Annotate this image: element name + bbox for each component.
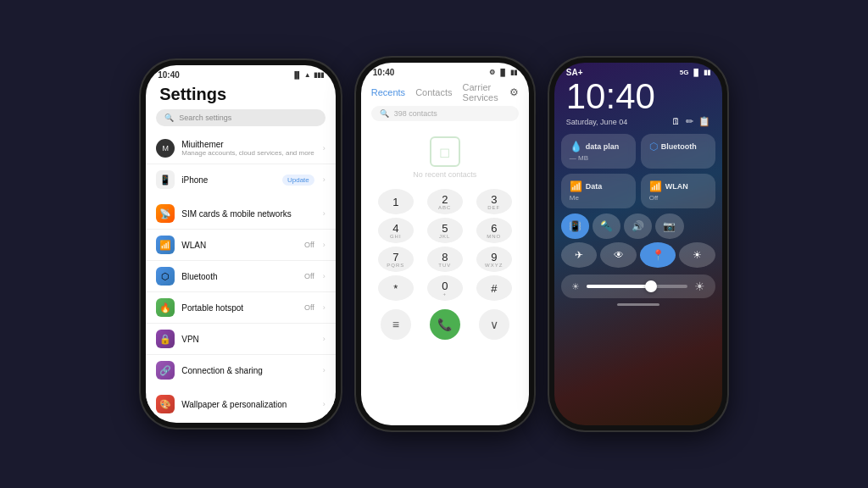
- eye-comfort-button[interactable]: 👁: [600, 242, 637, 268]
- tab-recents[interactable]: Recents: [371, 87, 405, 97]
- dial-num-5: 5: [442, 223, 448, 234]
- dial-key-6[interactable]: 6 MNO: [476, 218, 512, 243]
- dial-key-8[interactable]: 8 TUV: [427, 247, 463, 272]
- wlan-tile[interactable]: 📶 WLAN Off: [641, 174, 715, 208]
- dial-num-hash: #: [491, 283, 497, 294]
- arrow-icon: ›: [323, 335, 326, 343]
- data-plan-tile[interactable]: 💧 data plan — MB: [561, 134, 636, 169]
- airplane-button[interactable]: ✈: [561, 242, 598, 268]
- dial-key-5[interactable]: 5 JKL: [427, 218, 463, 243]
- calendar-icon[interactable]: 🗓: [671, 116, 681, 127]
- sharing-item[interactable]: 🔗 Connection & sharing ›: [146, 355, 336, 385]
- auto-brightness-button[interactable]: ☀: [679, 242, 715, 268]
- data-tile-title: Data: [586, 182, 603, 191]
- location-button[interactable]: 📍: [640, 242, 676, 268]
- data-tile-header: 📶 Data: [570, 180, 627, 192]
- dialpad-row-1: 1 2 ABC 3 DEF: [371, 189, 519, 214]
- miuithemer-sub: Manage accounts, cloud services, and mor…: [181, 149, 314, 157]
- dialer-bottom-actions: ≡ 📞 ∨: [361, 306, 529, 345]
- dialpad-row-4: * 0 + #: [371, 275, 519, 301]
- edit-icon[interactable]: ✏: [686, 116, 693, 127]
- vpn-item[interactable]: 🔒 VPN ›: [146, 324, 336, 355]
- clipboard-icon[interactable]: 📋: [698, 116, 710, 127]
- brightness-slider[interactable]: ☀ ☀: [561, 274, 715, 298]
- dial-sub-0: +: [443, 291, 448, 297]
- volume-button[interactable]: 🔊: [624, 214, 652, 239]
- bluetooth-tile-icon: ⬡: [649, 141, 658, 152]
- bluetooth-label: Bluetooth: [181, 272, 298, 281]
- arrow-icon: ›: [323, 272, 326, 280]
- miuithemer-label: Miuithemer: [181, 140, 314, 149]
- tab-carrier[interactable]: Carrier Services: [463, 82, 499, 103]
- arrow-icon: ›: [323, 241, 326, 249]
- cc-buttons-row1: 📳 🔦 🔊 📷: [554, 208, 722, 242]
- dial-key-star[interactable]: *: [378, 275, 414, 301]
- no-recent-icon: ◻: [430, 136, 460, 167]
- dial-key-7[interactable]: 7 PQRS: [378, 247, 414, 272]
- phone-dialer: 10:40 ⚙ ▐▌ ▮▮ Recents Contacts Carrier S…: [356, 58, 534, 430]
- dial-sub-3: DEF: [487, 205, 500, 210]
- dial-key-2[interactable]: 2 ABC: [427, 189, 463, 214]
- tab-contacts[interactable]: Contacts: [415, 87, 452, 97]
- bluetooth-icon: ⬡: [156, 267, 175, 286]
- dialer-menu-button[interactable]: ≡: [381, 309, 411, 340]
- hotspot-icon: 🔥: [156, 298, 175, 317]
- wlan-item[interactable]: 📶 WLAN Off ›: [146, 230, 336, 261]
- search-bar[interactable]: 🔍 Search settings: [156, 109, 326, 126]
- dial-key-4[interactable]: 4 GHI: [378, 218, 414, 243]
- dial-key-0[interactable]: 0 +: [427, 275, 463, 301]
- control-center-screen: SA+ 5G ▐▌ ▮▮ 10:40 Saturday, June 04 🗓 ✏…: [554, 63, 722, 425]
- data-tile-sub: Me: [570, 194, 627, 202]
- dialer-status-icons: ⚙ ▐▌ ▮▮: [489, 69, 516, 76]
- dial-num-7: 7: [392, 252, 398, 263]
- dial-num-2: 2: [442, 194, 448, 205]
- dial-key-hash[interactable]: #: [476, 275, 512, 301]
- brightness-high-icon: ☀: [694, 280, 705, 293]
- camera-button[interactable]: 📷: [655, 214, 683, 239]
- wallpaper-item[interactable]: 🎨 Wallpaper & personalization ›: [146, 389, 336, 419]
- wlan-tile-title: WLAN: [665, 182, 688, 191]
- hotspot-item[interactable]: 🔥 Portable hotspot Off ›: [146, 292, 336, 324]
- dialer-expand-button[interactable]: ∨: [479, 309, 509, 340]
- battery-icon: ▮▮▮: [314, 71, 324, 79]
- status-bar-settings: 10:40 ▐▌ ▲ ▮▮▮: [146, 65, 336, 81]
- bluetooth-item[interactable]: ⬡ Bluetooth Off ›: [146, 261, 336, 292]
- dialer-status-time: 10:40: [373, 68, 395, 77]
- arrow-icon: ›: [323, 303, 326, 312]
- cc-date-text: Saturday, June 04: [566, 118, 627, 126]
- dialpad-row-3: 7 PQRS 8 TUV 9 WXYZ: [371, 247, 519, 272]
- sim-label: SIM cards & mobile networks: [181, 209, 314, 219]
- dial-num-4: 4: [392, 223, 398, 234]
- sim-item[interactable]: 📡 SIM cards & mobile networks ›: [146, 198, 336, 230]
- wlan-label: WLAN: [181, 241, 298, 250]
- hotspot-label: Portable hotspot: [181, 303, 298, 313]
- settings-screen: 10:40 ▐▌ ▲ ▮▮▮ Settings 🔍 Search setting…: [146, 65, 336, 423]
- iphone-item[interactable]: 📱 iPhone Update ›: [146, 164, 336, 195]
- brightness-knob[interactable]: [645, 280, 657, 292]
- wlan-tile-sub: Off: [649, 194, 707, 202]
- cc-clock: 10:40: [554, 79, 722, 114]
- arrow-icon: ›: [323, 209, 326, 218]
- dial-sub-4: GHI: [390, 234, 402, 239]
- data-tile[interactable]: 📶 Data Me: [561, 174, 636, 208]
- dial-key-9[interactable]: 9 WXYZ: [476, 247, 512, 272]
- vibrate-button[interactable]: 📳: [561, 214, 589, 239]
- miuithemer-item[interactable]: M Miuithemer Manage accounts, cloud serv…: [146, 133, 336, 164]
- search-icon: 🔍: [164, 114, 174, 122]
- contact-search-bar[interactable]: 🔍 398 contacts: [371, 106, 519, 121]
- cc-tiles-grid: 💧 data plan — MB ⬡ Bluetooth 📶 Data Me: [554, 134, 722, 208]
- dialer-gear-icon[interactable]: ⚙: [509, 86, 519, 98]
- brightness-bar: [587, 285, 687, 288]
- torch-button[interactable]: 🔦: [593, 214, 620, 239]
- dial-num-9: 9: [491, 252, 497, 263]
- wlan-value: Off: [304, 241, 314, 249]
- status-icons: ▐▌ ▲ ▮▮▮: [292, 71, 324, 79]
- dial-key-3[interactable]: 3 DEF: [476, 189, 512, 214]
- network-section: 📡 SIM cards & mobile networks › 📶 WLAN O…: [146, 198, 336, 385]
- bluetooth-tile[interactable]: ⬡ Bluetooth: [641, 134, 715, 169]
- dialer-call-button[interactable]: 📞: [430, 309, 460, 340]
- dial-key-1[interactable]: 1: [378, 189, 414, 214]
- battery-icon: ▮▮: [510, 69, 517, 76]
- settings-title: Settings: [146, 81, 336, 109]
- signal-icon: ▐▌: [292, 71, 302, 79]
